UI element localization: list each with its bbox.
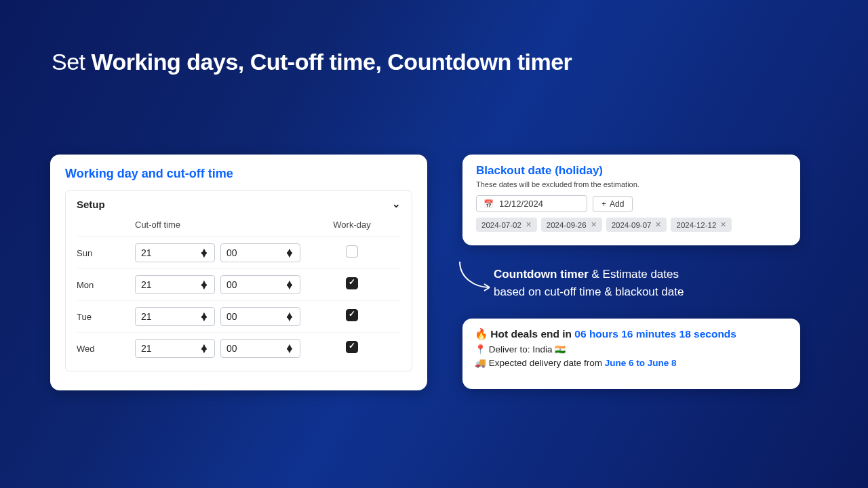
workday-checkbox[interactable]: [346, 341, 358, 353]
hour-stepper[interactable]: 21▲▼: [135, 307, 215, 326]
workday-cell: [311, 245, 393, 260]
chip-label: 2024-09-26: [547, 221, 587, 229]
hot-deals-line: 🔥 Hot deals end in 06 hours 16 minutes 1…: [475, 328, 788, 340]
blackout-date-value: 12/12/2024: [499, 199, 543, 209]
expected-delivery-line: 🚚 Expected delivery date from June 6 to …: [475, 357, 788, 368]
workday-cell: [311, 309, 393, 324]
day-label: Tue: [77, 312, 135, 322]
minute-stepper[interactable]: 00▲▼: [220, 339, 300, 358]
blackout-chip-row: 2024-07-02✕2024-09-26✕2024-09-07✕2024-12…: [476, 218, 787, 232]
annotation-arrow-icon: [456, 258, 496, 296]
blackout-title: Blackout date (holiday): [476, 164, 787, 178]
setup-header[interactable]: Setup ⌄: [77, 198, 401, 216]
chip-label: 2024-12-12: [676, 221, 716, 229]
chip-label: 2024-07-02: [481, 221, 521, 229]
minute-stepper[interactable]: 00▲▼: [220, 275, 300, 294]
day-label: Sun: [77, 248, 135, 258]
setup-panel: Setup ⌄ Cut-off time Work-day Sun21▲▼00▲…: [65, 190, 412, 371]
chevron-down-icon: ⌄: [392, 198, 401, 210]
setup-label: Setup: [77, 199, 105, 210]
minute-stepper[interactable]: 00▲▼: [220, 243, 300, 262]
hour-stepper[interactable]: 21▲▼: [135, 243, 215, 262]
cutoff-time-inputs: 21▲▼00▲▼: [135, 307, 311, 326]
add-blackout-button[interactable]: + Add: [593, 196, 633, 212]
stepper-arrows-icon: ▲▼: [285, 281, 294, 288]
truck-icon: 🚚: [475, 358, 486, 368]
chip-remove-icon[interactable]: ✕: [655, 220, 661, 229]
day-label: Mon: [77, 280, 135, 290]
chip-remove-icon[interactable]: ✕: [591, 220, 597, 229]
stepper-arrows-icon: ▲▼: [199, 281, 209, 288]
hour-stepper[interactable]: 21▲▼: [135, 275, 215, 294]
workday-checkbox[interactable]: [346, 309, 358, 321]
day-row: Sun21▲▼00▲▼: [77, 237, 401, 269]
blackout-chip: 2024-09-07✕: [606, 218, 667, 232]
workday-checkbox[interactable]: [346, 277, 358, 289]
chip-remove-icon[interactable]: ✕: [526, 220, 532, 229]
blackout-chip: 2024-12-12✕: [671, 218, 732, 232]
column-headers: Cut-off time Work-day: [77, 216, 401, 237]
calendar-icon: 📅: [484, 199, 494, 209]
minute-stepper[interactable]: 00▲▼: [220, 307, 300, 326]
deals-card: 🔥 Hot deals end in 06 hours 16 minutes 1…: [462, 319, 800, 389]
blackout-date-input[interactable]: 📅 12/12/2024: [476, 195, 587, 212]
workday-cell: [311, 341, 393, 356]
blackout-card: Blackout date (holiday) These dates will…: [462, 155, 800, 245]
day-row: Wed21▲▼00▲▼: [77, 333, 401, 364]
blackout-subtitle: These dates will be excluded from the es…: [476, 180, 787, 188]
flag-icon: 🇮🇳: [555, 344, 566, 354]
plus-icon: +: [601, 199, 606, 209]
add-label: Add: [610, 199, 624, 209]
working-card-title: Working day and cut-off time: [65, 167, 412, 181]
annotation-text: Countdown timer & Estimate dates based o…: [494, 266, 765, 300]
stepper-arrows-icon: ▲▼: [285, 345, 294, 352]
col-cutoff-header: Cut-off time: [135, 220, 311, 230]
chip-label: 2024-09-07: [612, 221, 652, 229]
deliver-to-line: 📍 Deliver to: India 🇮🇳: [475, 344, 788, 354]
stepper-arrows-icon: ▲▼: [285, 249, 294, 256]
stepper-arrows-icon: ▲▼: [285, 313, 294, 320]
hour-stepper[interactable]: 21▲▼: [135, 339, 215, 358]
stepper-arrows-icon: ▲▼: [199, 249, 209, 256]
chip-remove-icon[interactable]: ✕: [720, 220, 726, 229]
workday-cell: [311, 277, 393, 292]
day-row: Tue21▲▼00▲▼: [77, 301, 401, 333]
pin-icon: 📍: [475, 344, 486, 354]
workday-checkbox[interactable]: [346, 245, 358, 258]
blackout-chip: 2024-09-26✕: [541, 218, 602, 232]
page-title: Set Working days, Cut-off time, Countdow…: [52, 49, 572, 75]
blackout-chip: 2024-07-02✕: [476, 218, 537, 232]
cutoff-time-inputs: 21▲▼00▲▼: [135, 243, 311, 262]
cutoff-time-inputs: 21▲▼00▲▼: [135, 339, 311, 358]
expected-date-range: June 6 to June 8: [605, 358, 677, 368]
stepper-arrows-icon: ▲▼: [199, 313, 209, 320]
day-label: Wed: [77, 344, 135, 354]
countdown-value: 06 hours 16 minutes 18 seconds: [574, 328, 736, 340]
blackout-input-row: 📅 12/12/2024 + Add: [476, 195, 787, 212]
fire-icon: 🔥: [475, 328, 488, 340]
stepper-arrows-icon: ▲▼: [199, 345, 209, 352]
col-workday-header: Work-day: [311, 220, 393, 230]
working-day-card: Working day and cut-off time Setup ⌄ Cut…: [50, 155, 427, 390]
day-row: Mon21▲▼00▲▼: [77, 269, 401, 301]
cutoff-time-inputs: 21▲▼00▲▼: [135, 275, 311, 294]
